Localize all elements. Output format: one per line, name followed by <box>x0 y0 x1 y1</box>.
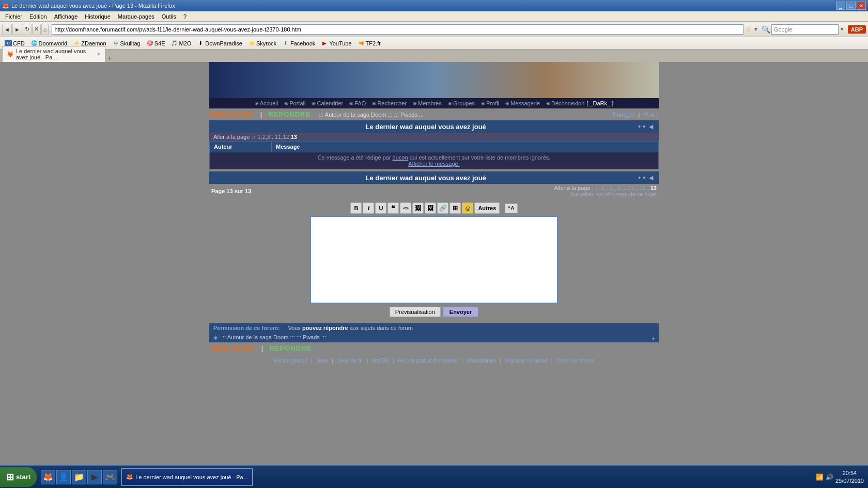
taskbar-ff-icon[interactable]: 🦊 <box>41 470 55 484</box>
bookmark-tf2fr[interactable]: 🔫 TF2.fr <box>355 39 383 48</box>
nav-portail[interactable]: ◉ Portail <box>284 100 305 106</box>
address-input[interactable] <box>52 24 743 35</box>
taskbar-icon-4[interactable]: ▶ <box>87 470 102 484</box>
search-dropdown-icon[interactable]: ▼ <box>840 26 845 32</box>
page-13-link[interactable]: 13 <box>291 134 297 140</box>
thread-ctrl-1[interactable]: • <box>638 122 641 131</box>
tab-close-button[interactable]: ✕ <box>97 52 101 57</box>
thread-ctrl-3[interactable]: ◄ <box>647 122 655 131</box>
footer-link-phpbb[interactable]: phpBB <box>372 357 389 364</box>
footer-link-stats[interactable]: Statistiques <box>467 357 496 364</box>
reply-button-bottom[interactable]: REPONDRE <box>269 344 312 352</box>
show-message-link[interactable]: Afficher le message. <box>408 161 459 167</box>
bookmark-facebook[interactable]: f Facebook <box>280 39 318 48</box>
editor-bold-btn[interactable]: B <box>350 202 362 214</box>
reload-button[interactable]: ↻ <box>23 24 32 35</box>
new-post-button-top[interactable]: NEW SUJET <box>210 111 254 118</box>
taskbar-icon-3[interactable]: 📁 <box>72 470 86 484</box>
col-message: Message <box>272 141 659 152</box>
bookmark-downparadise[interactable]: ⬇ DownParadise <box>194 39 245 48</box>
bookmark-s4e[interactable]: 🎯 S4E <box>144 39 168 48</box>
new-post-button-bottom[interactable]: NEW SUJET <box>211 344 255 352</box>
forward-button[interactable]: ► <box>12 24 22 35</box>
nav-accueil[interactable]: ◉ Accueil <box>255 100 278 106</box>
page-11-link[interactable]: 11 <box>275 134 281 140</box>
editor-quote-btn[interactable]: ❝ <box>388 202 399 214</box>
nav-deconnexion[interactable]: ◉ Déconnexion [ _DaRk_ ] <box>546 100 613 106</box>
bookmark-star-icon[interactable]: ☆ <box>746 26 751 33</box>
thread-ctrl2-2[interactable]: • <box>643 174 645 182</box>
editor-other-btn[interactable]: Autres <box>474 202 500 214</box>
nav-calendrier[interactable]: ◉ Calendrier <box>312 100 343 106</box>
nav-membres[interactable]: ◉ Membres <box>413 100 442 106</box>
minimize-button[interactable]: _ <box>836 2 845 10</box>
reply-button-top[interactable]: REPONDRE <box>268 111 311 118</box>
page-12-link-bottom[interactable]: 12 <box>639 185 645 191</box>
thread-title: Le dernier wad auquel vous avez joué <box>213 123 638 131</box>
menu-affichage[interactable]: Affichage <box>51 12 81 21</box>
thread-ctrl-2[interactable]: • <box>643 122 645 131</box>
editor-table-btn[interactable]: ⊞ <box>450 202 461 214</box>
menu-outils[interactable]: Outils <box>159 12 179 21</box>
search-input[interactable] <box>771 24 839 35</box>
editor-underline-btn[interactable]: U <box>375 202 386 214</box>
editor-img2-btn[interactable]: 🖼 <box>425 202 436 214</box>
footer-link-abus[interactable]: Signaler un abus <box>505 357 548 364</box>
thread-ctrl2-1[interactable]: • <box>638 174 641 182</box>
menu-marque-pages[interactable]: Marque-pages <box>115 12 158 21</box>
stop-button[interactable]: ✕ <box>32 24 41 35</box>
new-tab-button[interactable]: + <box>105 54 114 62</box>
watch-replies-link[interactable]: Surveiller les réponses de ce sujet <box>570 191 657 197</box>
preview-button[interactable]: Prévisualisation <box>390 307 441 317</box>
page-3-link-bottom[interactable]: 3 <box>617 185 620 191</box>
page-11-link-bottom[interactable]: 11 <box>628 185 634 191</box>
footer-link-forum-gratuit[interactable]: Forum gratuit <box>273 357 307 364</box>
back-button[interactable]: ◄ <box>2 24 12 35</box>
start-button[interactable]: ⊞ start <box>0 467 37 487</box>
bookmark-youtube[interactable]: ▶ YouTube <box>318 39 354 48</box>
reply-textarea[interactable] <box>310 216 558 304</box>
page-13-link-bottom[interactable]: 13 <box>650 185 657 191</box>
thread-ctrl2-3[interactable]: ◄ <box>647 174 655 182</box>
editor-font-btn[interactable]: ᴬA <box>505 203 517 213</box>
menu-historique[interactable]: Historique <box>82 12 114 21</box>
nav-rechercher[interactable]: ◉ Rechercher <box>372 100 407 106</box>
menu-help[interactable]: ? <box>180 12 190 21</box>
footer-link-creer[interactable]: Créer un forum <box>556 357 595 364</box>
bookmark-skulltag[interactable]: 💀 Skulltag <box>110 39 143 48</box>
abp-button[interactable]: ABP <box>848 25 866 34</box>
menu-fichier[interactable]: Fichier <box>2 12 25 21</box>
editor-code-btn[interactable]: <> <box>400 202 411 214</box>
maximize-button[interactable]: □ <box>846 2 856 10</box>
editor-link-btn[interactable]: 🔗 <box>437 202 448 214</box>
footer-link-entraide[interactable]: Forum gratuit d'entraide <box>398 357 458 364</box>
collapse-icon[interactable]: ▪ <box>652 334 655 342</box>
editor-img-btn[interactable]: 🖼 <box>412 202 424 214</box>
active-tab[interactable]: 🦊 Le dernier wad auquel vous avez joué -… <box>2 46 105 62</box>
footer-link-jeux[interactable]: Jeux <box>316 357 328 364</box>
nav-faq[interactable]: ◉ FAQ <box>349 100 366 106</box>
editor-italic-btn[interactable]: I <box>363 202 374 214</box>
page-1-link-bottom[interactable]: 1 <box>601 185 605 191</box>
taskbar-icon-2[interactable]: 👤 <box>56 470 71 484</box>
nav-groupes[interactable]: ◉ Groupes <box>448 100 475 106</box>
home-button[interactable]: ⌂ <box>41 24 49 35</box>
close-button[interactable]: ✕ <box>857 2 866 10</box>
nav-profil[interactable]: ◉ Profil <box>481 100 499 106</box>
bookmark-m2o[interactable]: 🎵 M2O <box>168 39 194 48</box>
editor-smile-btn[interactable]: ☺ <box>462 202 473 214</box>
page-12-link[interactable]: 12 <box>283 134 289 140</box>
plus-link[interactable]: Plus ! <box>643 112 658 118</box>
skulltag-icon: 💀 <box>112 40 119 47</box>
taskbar-icon-5[interactable]: 🎮 <box>103 470 117 484</box>
page-2-link-bottom[interactable]: 2 <box>609 185 612 191</box>
ignored-user-link[interactable]: ducon <box>393 154 408 161</box>
footer-link-jeux-de-tir[interactable]: Jeux de tir <box>337 357 363 364</box>
taskbar-item-firefox[interactable]: 🦊 Le dernier wad auquel vous avez joué -… <box>121 468 253 486</box>
share-link[interactable]: Partager <box>613 112 634 118</box>
menu-edition[interactable]: Edition <box>26 12 50 21</box>
submit-button[interactable]: Envoyer <box>443 307 478 317</box>
bookmark-skyrock[interactable]: ⭐ Skyrock <box>245 39 279 48</box>
nav-messagerie[interactable]: ◉ Messagerie <box>505 100 540 106</box>
dropdown-icon[interactable]: ▼ <box>753 26 758 32</box>
